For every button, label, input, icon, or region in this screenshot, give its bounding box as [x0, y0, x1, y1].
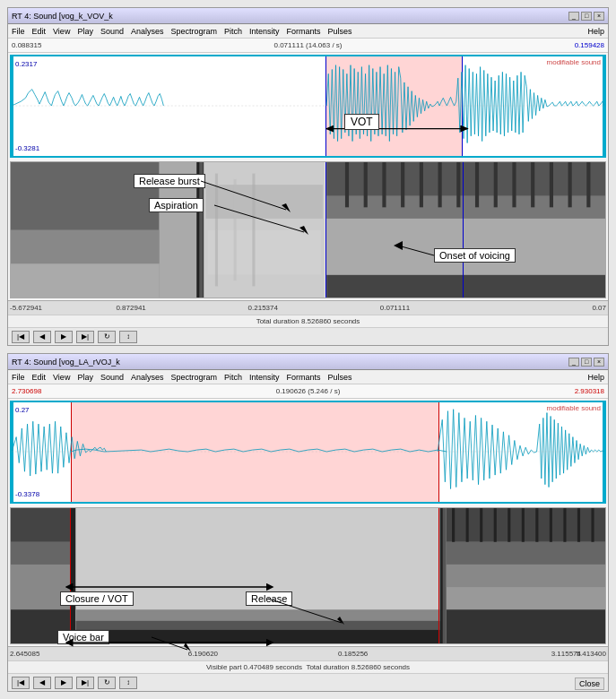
svg-rect-12	[234, 179, 237, 280]
menu-sound-1[interactable]: Sound	[100, 27, 124, 36]
menu-play-1[interactable]: Play	[77, 27, 93, 36]
svg-rect-21	[382, 162, 386, 207]
svg-rect-18	[326, 275, 605, 298]
playback-bar-1: |◀ ◀ ▶ ▶| ↻ ↕	[8, 327, 608, 345]
menu-sound-2[interactable]: Sound	[100, 373, 124, 382]
time-center-1: 0.071111 (14.063 / s)	[273, 41, 342, 49]
visible-part-2: Visible part 0.470489 seconds	[206, 663, 302, 671]
status-bar-1: Total duration 8.526860 seconds	[8, 315, 608, 327]
svg-rect-31	[568, 162, 572, 207]
svg-rect-63	[522, 508, 525, 542]
close-btn-1[interactable]: ×	[594, 12, 604, 21]
ruler-left-1: -5.672941	[10, 304, 42, 312]
pb-back-1[interactable]: ◀	[33, 331, 51, 343]
svg-rect-28	[512, 162, 516, 207]
svg-rect-26	[475, 162, 479, 207]
praat-window-1: RT 4: Sound [vog_k_VOV_k _ □ × File Edit…	[7, 7, 609, 346]
spectrogram-area-1: derived spectrogram 5000 Hz 0 Hz	[10, 161, 606, 298]
menu-analyses-2[interactable]: Analyses	[131, 373, 164, 382]
title-bar-2: RT 4: Sound [vog_LA_rVOJ_k _ □ ×	[8, 354, 608, 370]
menu-bar-2: File Edit View Play Sound Analyses Spect…	[8, 370, 608, 384]
svg-rect-66	[563, 508, 566, 542]
menu-formants-2[interactable]: Formants	[287, 373, 321, 382]
waveform-svg-1	[12, 56, 604, 156]
svg-rect-56	[447, 565, 605, 587]
menu-view-1[interactable]: View	[53, 27, 70, 36]
pb-fwd-1[interactable]: ▶|	[76, 331, 94, 343]
total-duration-1: Total duration 8.526860 seconds	[256, 317, 360, 325]
menu-file-1[interactable]: File	[12, 27, 25, 36]
svg-rect-55	[447, 542, 605, 565]
menu-formants-1[interactable]: Formants	[287, 27, 321, 36]
menu-pulses-1[interactable]: Pulses	[328, 27, 352, 36]
pb-extra-1[interactable]: ↕	[119, 331, 137, 343]
menu-edit-2[interactable]: Edit	[32, 373, 47, 382]
svg-rect-22	[401, 162, 404, 207]
pb-prev-1[interactable]: |◀	[12, 331, 30, 343]
close-btn-2[interactable]: ×	[594, 358, 604, 367]
waveform-area-1: modifiable sound 0.2317 -0.3281	[10, 55, 606, 158]
pb-play-2[interactable]: ▶	[55, 677, 73, 689]
svg-rect-13	[252, 174, 255, 287]
pb-loop-1[interactable]: ↻	[98, 331, 116, 343]
time-center-2: 0.190626 (5.246 / s)	[276, 387, 341, 395]
pb-fwd-2[interactable]: ▶|	[76, 677, 94, 689]
pb-play-1[interactable]: ▶	[55, 331, 73, 343]
maximize-btn-2[interactable]: □	[581, 358, 592, 367]
title-text-2: RT 4: Sound [vog_LA_rVOJ_k	[12, 358, 120, 367]
ruler-mid3-1: 0.071111	[380, 304, 410, 312]
maximize-btn-1[interactable]: □	[581, 12, 592, 21]
pb-loop-2[interactable]: ↻	[98, 677, 116, 689]
menu-intensity-1[interactable]: Intensity	[249, 27, 280, 36]
time-left-2: 2.730698	[12, 387, 41, 395]
svg-rect-45	[11, 609, 70, 643]
menu-spectrogram-2[interactable]: Spectrogram	[170, 373, 217, 382]
menu-file-2[interactable]: File	[12, 373, 25, 382]
menu-play-2[interactable]: Play	[77, 373, 93, 382]
menu-pulses-2[interactable]: Pulses	[328, 373, 352, 382]
pb-extra-2[interactable]: ↕	[119, 677, 137, 689]
pb-back-2[interactable]: ◀	[33, 677, 51, 689]
svg-rect-43	[11, 508, 70, 542]
menu-view-2[interactable]: View	[53, 373, 70, 382]
menu-edit-1[interactable]: Edit	[32, 27, 47, 36]
svg-rect-30	[550, 162, 553, 207]
svg-rect-9	[206, 185, 324, 219]
svg-rect-7	[199, 162, 203, 298]
svg-rect-16	[326, 196, 605, 219]
menu-pitch-1[interactable]: Pitch	[224, 27, 242, 36]
svg-rect-32	[586, 162, 590, 207]
pb-prev-2[interactable]: |◀	[12, 677, 30, 689]
svg-rect-68	[591, 508, 594, 542]
spec-vline-2b	[438, 508, 439, 643]
spec-vline-1b	[463, 162, 464, 298]
ruler-right-1: 0.07	[592, 304, 606, 312]
svg-rect-65	[550, 508, 552, 542]
menu-help-1[interactable]: Help	[587, 27, 604, 36]
win-controls-2: _ □ ×	[568, 358, 604, 367]
menu-analyses-1[interactable]: Analyses	[131, 27, 164, 36]
time-ruler-2: 2.645085 6.190620 0.185256 3.115574 5.41…	[8, 646, 608, 660]
svg-rect-23	[420, 162, 423, 207]
close-button-2[interactable]: Close	[575, 677, 604, 690]
time-bar-2: 2.730698 0.190626 (5.246 / s) 2.930318	[8, 384, 608, 399]
close-label-2: Close	[575, 677, 604, 688]
svg-rect-15	[326, 162, 605, 196]
minimize-btn-1[interactable]: _	[568, 12, 579, 21]
playback-bar-2: |◀ ◀ ▶ ▶| ↻ ↕ Close	[8, 673, 608, 691]
menu-spectrogram-1[interactable]: Spectrogram	[170, 27, 217, 36]
title-text-1: RT 4: Sound [vog_k_VOV_k	[12, 12, 113, 21]
spectrogram-area-2: derived spectrogram 5000 Hz 0 Hz	[10, 507, 606, 644]
menu-help-2[interactable]: Help	[587, 373, 604, 382]
menu-pitch-2[interactable]: Pitch	[224, 373, 242, 382]
svg-rect-10	[208, 230, 321, 275]
minimize-btn-2[interactable]: _	[568, 358, 579, 367]
time-bar-1: 0.088315 0.071111 (14.063 / s) 0.159428	[8, 39, 608, 53]
ruler-mid3-2: 0.185256	[338, 650, 368, 658]
time-right-1: 0.159428	[575, 41, 604, 49]
status-bar-2: Visible part 0.470489 seconds Total dura…	[8, 660, 608, 673]
total-duration-2: Total duration 8.526860 seconds	[306, 663, 410, 671]
svg-rect-44	[11, 542, 70, 565]
svg-rect-11	[215, 174, 218, 287]
menu-intensity-2[interactable]: Intensity	[249, 373, 280, 382]
